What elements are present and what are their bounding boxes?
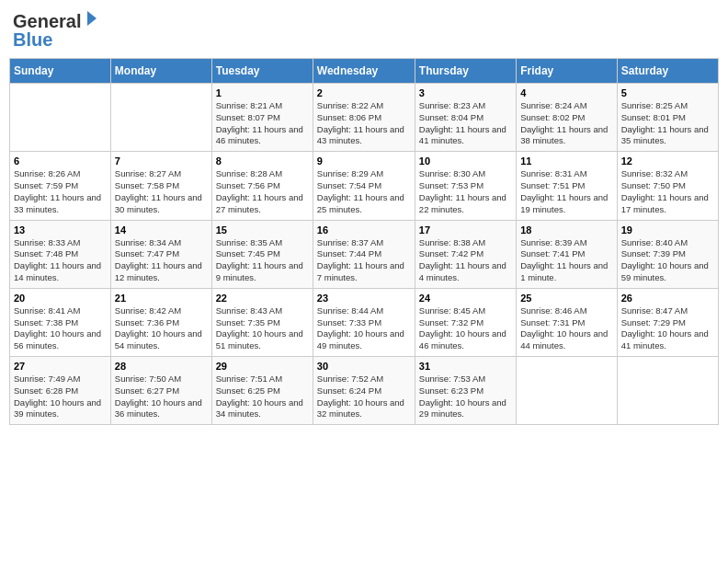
weekday-header-friday: Friday — [517, 59, 617, 84]
calendar-cell: 9Sunrise: 8:29 AM Sunset: 7:54 PM Daylig… — [313, 152, 415, 220]
week-row-5: 27Sunrise: 7:49 AM Sunset: 6:28 PM Dayli… — [10, 357, 719, 425]
day-number: 9 — [317, 155, 411, 167]
day-info: Sunrise: 8:28 AM Sunset: 7:56 PM Dayligh… — [216, 168, 309, 215]
day-number: 20 — [14, 293, 107, 304]
calendar-cell: 31Sunrise: 7:53 AM Sunset: 6:23 PM Dayli… — [415, 357, 516, 425]
weekday-header-sunday: Sunday — [10, 59, 111, 84]
calendar-cell: 1Sunrise: 8:21 AM Sunset: 8:07 PM Daylig… — [211, 84, 313, 152]
logo-triangle-icon — [84, 9, 98, 31]
calendar-cell: 22Sunrise: 8:43 AM Sunset: 7:35 PM Dayli… — [211, 288, 313, 356]
day-info: Sunrise: 8:37 AM Sunset: 7:44 PM Dayligh… — [317, 237, 411, 284]
calendar-cell: 17Sunrise: 8:38 AM Sunset: 7:42 PM Dayli… — [415, 220, 516, 288]
day-number: 26 — [621, 293, 714, 304]
day-info: Sunrise: 8:33 AM Sunset: 7:48 PM Dayligh… — [14, 237, 107, 284]
day-info: Sunrise: 7:50 AM Sunset: 6:27 PM Dayligh… — [115, 373, 208, 420]
calendar-cell: 14Sunrise: 8:34 AM Sunset: 7:47 PM Dayli… — [110, 220, 211, 288]
weekday-header-wednesday: Wednesday — [313, 59, 415, 84]
day-number: 16 — [317, 224, 411, 236]
day-number: 11 — [520, 155, 612, 167]
calendar-cell: 19Sunrise: 8:40 AM Sunset: 7:39 PM Dayli… — [617, 220, 718, 288]
day-info: Sunrise: 8:21 AM Sunset: 8:07 PM Dayligh… — [216, 100, 309, 147]
calendar-cell: 20Sunrise: 8:41 AM Sunset: 7:38 PM Dayli… — [10, 288, 111, 356]
calendar-cell: 15Sunrise: 8:35 AM Sunset: 7:45 PM Dayli… — [211, 220, 313, 288]
day-info: Sunrise: 8:43 AM Sunset: 7:35 PM Dayligh… — [216, 305, 309, 352]
day-info: Sunrise: 8:30 AM Sunset: 7:53 PM Dayligh… — [419, 168, 512, 215]
calendar-cell: 30Sunrise: 7:52 AM Sunset: 6:24 PM Dayli… — [313, 357, 415, 425]
weekday-header-thursday: Thursday — [415, 59, 516, 84]
day-info: Sunrise: 8:41 AM Sunset: 7:38 PM Dayligh… — [14, 305, 107, 352]
calendar-cell: 11Sunrise: 8:31 AM Sunset: 7:51 PM Dayli… — [517, 152, 617, 220]
calendar-cell — [110, 84, 211, 152]
day-number: 17 — [419, 224, 512, 236]
day-info: Sunrise: 7:51 AM Sunset: 6:25 PM Dayligh… — [216, 373, 309, 420]
svg-marker-0 — [87, 11, 97, 26]
calendar-cell: 24Sunrise: 8:45 AM Sunset: 7:32 PM Dayli… — [415, 288, 516, 356]
day-info: Sunrise: 8:42 AM Sunset: 7:36 PM Dayligh… — [115, 305, 208, 352]
calendar-cell: 3Sunrise: 8:23 AM Sunset: 8:04 PM Daylig… — [415, 84, 516, 152]
day-info: Sunrise: 8:31 AM Sunset: 7:51 PM Dayligh… — [520, 168, 612, 215]
day-info: Sunrise: 8:40 AM Sunset: 7:39 PM Dayligh… — [621, 237, 714, 284]
day-number: 23 — [317, 293, 411, 304]
day-number: 12 — [621, 155, 714, 167]
calendar-cell: 23Sunrise: 8:44 AM Sunset: 7:33 PM Dayli… — [313, 288, 415, 356]
day-number: 14 — [115, 224, 208, 236]
day-info: Sunrise: 7:53 AM Sunset: 6:23 PM Dayligh… — [419, 373, 512, 420]
calendar-table: SundayMondayTuesdayWednesdayThursdayFrid… — [9, 58, 719, 425]
day-number: 31 — [419, 361, 512, 372]
calendar-cell: 21Sunrise: 8:42 AM Sunset: 7:36 PM Dayli… — [110, 288, 211, 356]
day-info: Sunrise: 8:38 AM Sunset: 7:42 PM Dayligh… — [419, 237, 512, 284]
day-info: Sunrise: 8:23 AM Sunset: 8:04 PM Dayligh… — [419, 100, 512, 147]
calendar-cell: 6Sunrise: 8:26 AM Sunset: 7:59 PM Daylig… — [10, 152, 111, 220]
calendar-cell: 18Sunrise: 8:39 AM Sunset: 7:41 PM Dayli… — [517, 220, 617, 288]
day-number: 30 — [317, 361, 411, 372]
day-number: 10 — [419, 155, 512, 167]
calendar-cell: 13Sunrise: 8:33 AM Sunset: 7:48 PM Dayli… — [10, 220, 111, 288]
calendar-cell: 7Sunrise: 8:27 AM Sunset: 7:58 PM Daylig… — [110, 152, 211, 220]
weekday-header-monday: Monday — [110, 59, 211, 84]
calendar-cell: 16Sunrise: 8:37 AM Sunset: 7:44 PM Dayli… — [313, 220, 415, 288]
calendar-cell: 4Sunrise: 8:24 AM Sunset: 8:02 PM Daylig… — [517, 84, 617, 152]
day-number: 28 — [115, 361, 208, 372]
weekday-header-tuesday: Tuesday — [211, 59, 313, 84]
day-info: Sunrise: 8:29 AM Sunset: 7:54 PM Dayligh… — [317, 168, 411, 215]
day-number: 7 — [115, 155, 208, 167]
day-number: 24 — [419, 293, 512, 304]
day-info: Sunrise: 8:25 AM Sunset: 8:01 PM Dayligh… — [621, 100, 714, 147]
calendar-cell — [617, 357, 718, 425]
day-number: 29 — [216, 361, 309, 372]
calendar-cell: 28Sunrise: 7:50 AM Sunset: 6:27 PM Dayli… — [110, 357, 211, 425]
logo-blue: Blue — [13, 29, 52, 51]
day-number: 25 — [520, 293, 612, 304]
calendar-cell: 12Sunrise: 8:32 AM Sunset: 7:50 PM Dayli… — [617, 152, 718, 220]
day-number: 8 — [216, 155, 309, 167]
day-info: Sunrise: 7:49 AM Sunset: 6:28 PM Dayligh… — [14, 373, 107, 420]
day-number: 18 — [520, 224, 612, 236]
calendar-cell: 26Sunrise: 8:47 AM Sunset: 7:29 PM Dayli… — [617, 288, 718, 356]
calendar-cell: 29Sunrise: 7:51 AM Sunset: 6:25 PM Dayli… — [211, 357, 313, 425]
calendar-cell: 25Sunrise: 8:46 AM Sunset: 7:31 PM Dayli… — [517, 288, 617, 356]
logo: General Blue — [13, 9, 98, 51]
weekday-header-row: SundayMondayTuesdayWednesdayThursdayFrid… — [10, 59, 719, 84]
week-row-4: 20Sunrise: 8:41 AM Sunset: 7:38 PM Dayli… — [10, 288, 719, 356]
weekday-header-saturday: Saturday — [617, 59, 718, 84]
day-info: Sunrise: 8:32 AM Sunset: 7:50 PM Dayligh… — [621, 168, 714, 215]
day-number: 4 — [520, 87, 612, 98]
calendar-cell — [10, 84, 111, 152]
day-info: Sunrise: 8:46 AM Sunset: 7:31 PM Dayligh… — [520, 305, 612, 352]
calendar-cell: 27Sunrise: 7:49 AM Sunset: 6:28 PM Dayli… — [10, 357, 111, 425]
calendar-cell: 5Sunrise: 8:25 AM Sunset: 8:01 PM Daylig… — [617, 84, 718, 152]
day-info: Sunrise: 8:27 AM Sunset: 7:58 PM Dayligh… — [115, 168, 208, 215]
day-info: Sunrise: 8:47 AM Sunset: 7:29 PM Dayligh… — [621, 305, 714, 352]
week-row-3: 13Sunrise: 8:33 AM Sunset: 7:48 PM Dayli… — [10, 220, 719, 288]
week-row-1: 1Sunrise: 8:21 AM Sunset: 8:07 PM Daylig… — [10, 84, 719, 152]
day-number: 27 — [14, 361, 107, 372]
calendar-cell: 8Sunrise: 8:28 AM Sunset: 7:56 PM Daylig… — [211, 152, 313, 220]
day-number: 15 — [216, 224, 309, 236]
day-info: Sunrise: 8:44 AM Sunset: 7:33 PM Dayligh… — [317, 305, 411, 352]
day-number: 6 — [14, 155, 107, 167]
week-row-2: 6Sunrise: 8:26 AM Sunset: 7:59 PM Daylig… — [10, 152, 719, 220]
calendar-cell: 2Sunrise: 8:22 AM Sunset: 8:06 PM Daylig… — [313, 84, 415, 152]
day-info: Sunrise: 8:34 AM Sunset: 7:47 PM Dayligh… — [115, 237, 208, 284]
day-info: Sunrise: 8:24 AM Sunset: 8:02 PM Dayligh… — [520, 100, 612, 147]
day-number: 2 — [317, 87, 411, 98]
